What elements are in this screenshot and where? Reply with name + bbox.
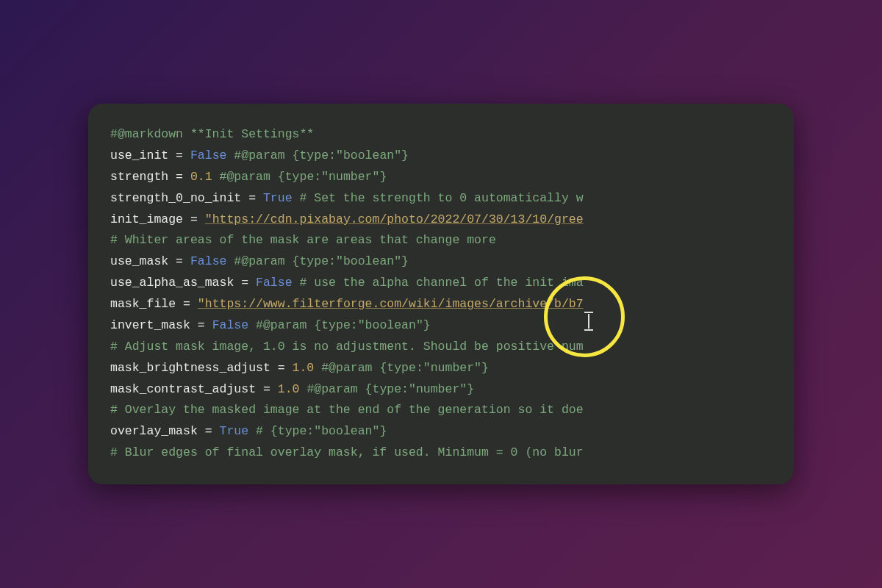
code-line-7[interactable]: use_alpha_as_mask = False # use the alph…: [110, 273, 772, 294]
token-bool: False: [256, 276, 293, 290]
token-op: =: [168, 148, 190, 162]
token-op: =: [256, 382, 278, 396]
code-line-4[interactable]: init_image = "https://cdn.pixabay.com/ph…: [110, 209, 772, 231]
code-line-10[interactable]: # Adjust mask image, 1.0 is no adjustmen…: [110, 337, 772, 358]
token-param: #@param {type:"number"}: [212, 170, 387, 184]
token-op: =: [183, 212, 205, 226]
comment-text: # Overlay the masked image at the end of…: [110, 403, 584, 417]
comment-text: # Adjust mask image, 1.0 is no adjustmen…: [110, 340, 584, 354]
token-param: #@param {type:"boolean"}: [248, 318, 431, 332]
token-bool: True: [220, 424, 249, 438]
code-line-9[interactable]: invert_mask = False #@param {type:"boole…: [110, 315, 772, 337]
token-bool: False: [190, 254, 227, 268]
code-line-13[interactable]: # Overlay the masked image at the end of…: [110, 400, 772, 421]
token-var: mask_contrast_adjust: [110, 382, 256, 396]
code-line-1[interactable]: use_init = False #@param {type:"boolean"…: [110, 146, 772, 167]
token-str: "https://www.filterforge.com/wiki/images…: [198, 297, 584, 311]
token-param: # {type:"boolean"}: [248, 424, 387, 438]
code-line-15[interactable]: # Blur edges of final overlay mask, if u…: [110, 442, 772, 464]
token-var: use_alpha_as_mask: [110, 276, 234, 290]
token-op: =: [168, 254, 190, 268]
comment-text: # Whiter areas of the mask are areas tha…: [110, 233, 496, 247]
token-op: =: [190, 318, 212, 332]
token-num: 1.0: [278, 382, 300, 396]
token-bool: False: [212, 318, 249, 332]
token-param: #@param {type:"number"}: [314, 361, 489, 375]
token-var: use_mask: [110, 254, 168, 268]
token-str: "https://cdn.pixabay.com/photo/2022/07/3…: [205, 212, 584, 226]
token-param: #@param {type:"boolean"}: [226, 254, 409, 268]
code-editor-window[interactable]: #@markdown **Init Settings**use_init = F…: [88, 104, 794, 484]
comment-text: # Blur edges of final overlay mask, if u…: [110, 445, 584, 459]
code-line-14[interactable]: overlay_mask = True # {type:"boolean"}: [110, 421, 772, 442]
token-bool: True: [263, 191, 293, 205]
code-content[interactable]: #@markdown **Init Settings**use_init = F…: [110, 124, 772, 464]
token-var: invert_mask: [110, 318, 190, 332]
token-comment: # use the alpha channel of the init ima: [293, 276, 584, 290]
token-param: #@param {type:"number"}: [299, 382, 474, 396]
token-var: mask_brightness_adjust: [110, 361, 270, 375]
token-var: init_image: [110, 212, 183, 226]
token-num: 1.0: [293, 361, 315, 375]
token-comment: # Set the strength to 0 automatically w: [293, 191, 584, 205]
token-op: =: [198, 424, 220, 438]
token-var: mask_file: [110, 297, 176, 311]
token-var: strength_0_no_init: [110, 191, 241, 205]
code-line-3[interactable]: strength_0_no_init = True # Set the stre…: [110, 188, 772, 209]
token-op: =: [234, 276, 256, 290]
token-var: use_init: [110, 148, 168, 162]
code-line-12[interactable]: mask_contrast_adjust = 1.0 #@param {type…: [110, 379, 772, 401]
comment-text: #@markdown **Init Settings**: [110, 127, 314, 141]
code-line-5[interactable]: # Whiter areas of the mask are areas tha…: [110, 230, 772, 251]
code-line-11[interactable]: mask_brightness_adjust = 1.0 #@param {ty…: [110, 358, 772, 379]
token-param: #@param {type:"boolean"}: [226, 148, 409, 162]
token-op: =: [168, 170, 190, 184]
code-line-2[interactable]: strength = 0.1 #@param {type:"number"}: [110, 167, 772, 188]
token-var: strength: [110, 170, 168, 184]
code-line-8[interactable]: mask_file = "https://www.filterforge.com…: [110, 294, 772, 315]
code-line-6[interactable]: use_mask = False #@param {type:"boolean"…: [110, 251, 772, 273]
token-var: overlay_mask: [110, 424, 198, 438]
token-op: =: [176, 297, 198, 311]
token-op: =: [270, 361, 293, 375]
token-op: =: [241, 191, 263, 205]
code-line-0[interactable]: #@markdown **Init Settings**: [110, 124, 772, 146]
token-bool: False: [190, 148, 227, 162]
token-num: 0.1: [190, 170, 212, 184]
